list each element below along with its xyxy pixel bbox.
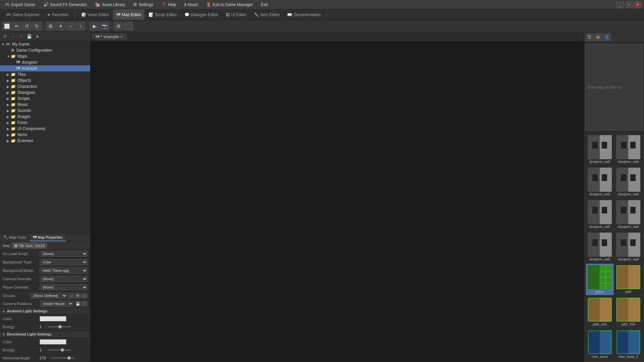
ambient-color-swatch[interactable]	[40, 316, 66, 321]
tree-item-scripts[interactable]: ▶ 📁 Scripts	[0, 96, 90, 102]
ambient-light-section[interactable]: ● Ambient Light Settings	[0, 308, 90, 315]
menu-exit[interactable]: Exit	[259, 2, 270, 8]
h-angle-thumb[interactable]	[67, 356, 71, 360]
tab-voxel-editor[interactable]: 🎲 Voxel Editor	[78, 9, 112, 20]
sidebar-save-btn[interactable]: 💾	[25, 33, 33, 40]
toolbar-undo[interactable]: ↺	[22, 22, 32, 31]
directional-energy-thumb[interactable]	[61, 348, 64, 352]
right-grid-view[interactable]: ⊞	[594, 34, 602, 41]
cam-pos-select[interactable]: Inside House	[40, 301, 73, 307]
tree-item-root[interactable]: ▼ 🎮 My Game	[0, 41, 90, 47]
tree-item-ui-components[interactable]: ▶ 📁 UI Components	[0, 126, 90, 132]
sidebar-refresh-btn[interactable]: ↺	[1, 33, 9, 40]
tree-item-enemies[interactable]: ▶ 📁 Enemies	[0, 138, 90, 144]
toolbar-draw[interactable]: ✏	[12, 22, 21, 31]
right-user-icon[interactable]: 👤	[603, 34, 611, 41]
bg-music-select[interactable]: Hello There.ogg	[40, 267, 88, 274]
asset-item[interactable]: dungeon_wall	[615, 166, 642, 197]
tree-item-characters[interactable]: ▶ 📁 Characters	[0, 83, 90, 89]
sidebar-close-btn[interactable]: ✕	[17, 33, 25, 40]
tab-script-editor[interactable]: 📝 Script Editor	[145, 9, 180, 20]
bg-type-value[interactable]: Color	[40, 259, 88, 265]
tree-item-dialogues[interactable]: ▶ 📁 Dialogues	[0, 89, 90, 96]
cam-override-select[interactable]: (None)	[40, 276, 88, 282]
tree-item-game-config[interactable]: ⚙ Game Configuration	[0, 47, 90, 53]
ambient-energy-thumb[interactable]	[58, 325, 62, 328]
menu-export-game[interactable]: 🎮 Export Game	[3, 1, 37, 8]
cam-pos-save-btn[interactable]: 💾	[75, 301, 81, 306]
toolbar-play[interactable]: ▶	[90, 22, 99, 31]
asset-item[interactable]: river_bend	[586, 329, 613, 360]
asset-item[interactable]: dungeon_wall	[586, 231, 613, 262]
sidebar-star-btn[interactable]: ★	[34, 33, 41, 40]
tree-item-tiles[interactable]: ▶ 📁 Tiles	[0, 71, 90, 77]
window-close[interactable]: ✕	[634, 2, 641, 8]
tree-item-example[interactable]: 🗺 example	[0, 65, 90, 71]
player-override-select[interactable]: (None)	[40, 284, 88, 290]
tab-game-explorer[interactable]: 🎮 Game Explorer	[3, 9, 43, 20]
asset-item[interactable]: grass	[586, 264, 613, 295]
on-load-select[interactable]: (None)	[40, 251, 88, 257]
tree-item-objects[interactable]: ▶ 📁 Objects	[0, 77, 90, 83]
toolbar-camera[interactable]: 📷	[100, 22, 109, 31]
toolbar-redo[interactable]: ↻	[32, 22, 42, 31]
groups-delete-btn[interactable]: ✕	[82, 293, 88, 298]
tree-item-sounds[interactable]: ▶ 📁 Sounds	[0, 108, 90, 114]
tree-item-fonts[interactable]: ▶ 📁 Fonts	[0, 120, 90, 126]
directional-energy-track[interactable]	[48, 349, 71, 351]
toolbar-settings[interactable]: ⚙	[114, 22, 123, 31]
tree-item-music[interactable]: ▶ 📁 Music	[0, 102, 90, 108]
right-list-view[interactable]: ☰	[585, 34, 593, 41]
window-maximize[interactable]: □	[625, 2, 633, 8]
tab-ui-editor[interactable]: 🖼 UI Editor	[222, 9, 250, 20]
right-search-input[interactable]	[585, 44, 643, 130]
toolbar-layers[interactable]: ⬛	[124, 22, 133, 31]
tree-item-dungeon[interactable]: 🗺 dungeon	[0, 59, 90, 65]
tree-item-items[interactable]: ▶ 📁 Items	[0, 132, 90, 138]
tab-map-tools[interactable]: 🔨 Map Tools	[0, 234, 30, 241]
menu-about[interactable]: ℹ About	[182, 1, 200, 8]
tree-item-maps[interactable]: ▼ 📁 Maps	[0, 53, 90, 59]
groups-select[interactable]: (None Defined)	[30, 293, 67, 299]
bg-music-value[interactable]: Hello There.ogg	[40, 267, 88, 274]
asset-item[interactable]: dungeon_wall	[615, 134, 642, 165]
asset-item[interactable]: dungeon_wall	[615, 231, 642, 262]
directional-light-section[interactable]: ● Directional Light Settings	[0, 331, 90, 338]
asset-item[interactable]: path_end	[586, 296, 613, 327]
asset-item[interactable]: path	[615, 264, 642, 295]
toolbar-select[interactable]: ⬜	[2, 22, 11, 31]
bg-type-select[interactable]: Color	[40, 259, 88, 265]
menu-sound-fx[interactable]: 🔊 Sound FX Generator	[41, 1, 89, 8]
tab-documentation[interactable]: 📖 Documentation	[284, 9, 324, 20]
cam-pos-delete-btn[interactable]: ✕	[82, 301, 88, 306]
groups-arrow-btn[interactable]: →	[68, 293, 74, 298]
asset-item[interactable]: dungeon_wall	[586, 166, 613, 197]
asset-item[interactable]: dungeon_wall	[586, 134, 613, 165]
asset-item[interactable]: dungeon_wall	[615, 199, 642, 230]
menu-help[interactable]: ❓ Help	[159, 1, 178, 8]
toolbar-flip-v[interactable]: ↕	[76, 22, 86, 31]
tab-map-editor[interactable]: 🗺 Map Editor	[113, 9, 145, 20]
sidebar-forward-btn[interactable]: →	[9, 33, 17, 40]
tab-map-properties[interactable]: 🗺 Map Properties	[30, 234, 66, 241]
ambient-energy-track[interactable]	[48, 326, 71, 327]
player-override-value[interactable]: (None)	[40, 284, 88, 290]
menu-exit-game-manager[interactable]: 🚪 Exit to Game Manager	[204, 1, 255, 8]
directional-color-swatch[interactable]	[40, 339, 66, 345]
menu-asset-library[interactable]: 📚 Asset Library	[93, 1, 127, 8]
map-tab-example[interactable]: 🗺 * example ✕	[92, 34, 126, 40]
groups-eye-btn[interactable]: 👁	[75, 293, 81, 298]
tab-dialogue-editor[interactable]: 💬 Dialogue Editor	[181, 9, 222, 20]
asset-item[interactable]: river_bend_2	[615, 329, 642, 360]
asset-item[interactable]: dungeon_wall	[586, 199, 613, 230]
toolbar-grid[interactable]: ⊞	[46, 22, 55, 31]
h-angle-track[interactable]	[51, 357, 74, 359]
window-minimize[interactable]: _	[616, 2, 624, 8]
on-load-value[interactable]: (None)	[40, 251, 88, 257]
toolbar-snap[interactable]: ✦	[56, 22, 65, 31]
toolbar-flip-h[interactable]: ↔	[66, 22, 75, 31]
menu-settings[interactable]: ⚙ Settings	[131, 1, 155, 8]
asset-item[interactable]: path_fork	[615, 296, 642, 327]
tree-item-images[interactable]: ▶ 📁 Images	[0, 114, 90, 120]
tab-item-editor[interactable]: 🔧 Item Editor	[251, 9, 283, 20]
